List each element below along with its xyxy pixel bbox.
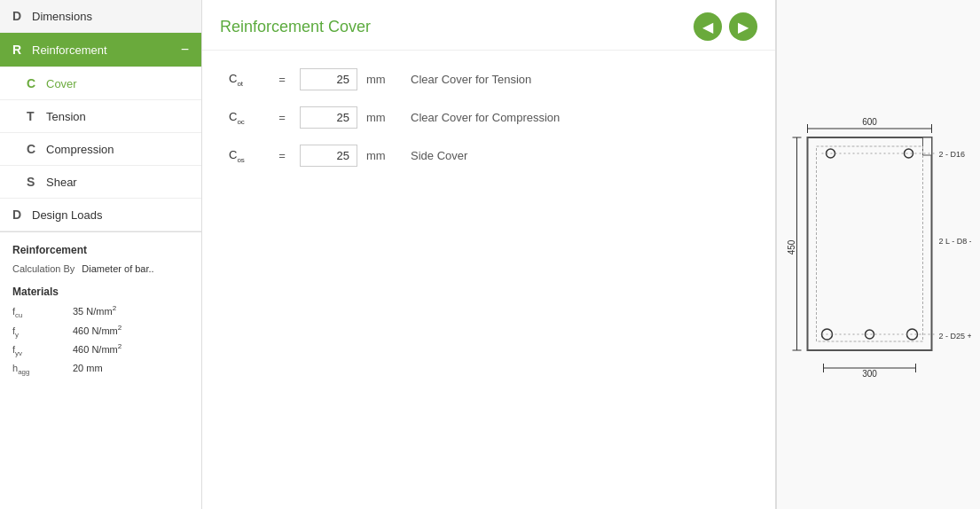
svg-text:300: 300 <box>862 369 877 379</box>
nav-buttons: ◀ ▶ <box>694 12 757 41</box>
desc-cos: Side Cover <box>411 149 467 162</box>
sidebar-label-dimensions: Dimensions <box>32 10 189 23</box>
sidebar-letter-d: D <box>12 9 32 23</box>
page-title: Reinforcement Cover <box>220 18 371 36</box>
hagg-row: hagg 20 mm <box>12 360 189 379</box>
fcu-label: fcu <box>12 303 66 322</box>
svg-text:2 - D25 + 1 - D16: 2 - D25 + 1 - D16 <box>939 332 972 341</box>
form-row-cos: Cos = mm Side Cover <box>229 145 749 167</box>
fyv-value: 460 N/mm2 <box>73 341 122 357</box>
sidebar-item-tension[interactable]: T Tension <box>0 100 201 133</box>
sidebar-item-reinforcement[interactable]: R Reinforcement − <box>0 33 201 67</box>
sidebar-letter-t: T <box>27 109 46 123</box>
nav-forward-button[interactable]: ▶ <box>729 12 757 41</box>
calc-by-value: Diameter of bar.. <box>82 261 153 278</box>
calc-by-label: Calculation By <box>12 261 74 278</box>
svg-text:2 L - D8 - 200: 2 L - D8 - 200 <box>939 237 972 246</box>
hagg-value: 20 mm <box>73 360 103 377</box>
sidebar-label-compression: Compression <box>46 143 189 156</box>
input-cos[interactable] <box>300 145 357 167</box>
sidebar-item-design-loads[interactable]: D Design Loads <box>0 199 201 231</box>
input-coc[interactable] <box>300 106 357 129</box>
form-area: Cot = mm Clear Cover for Tension Coc = m… <box>202 51 775 509</box>
unit-1: mm <box>366 73 402 86</box>
svg-rect-10 <box>817 146 923 341</box>
hagg-label: hagg <box>12 360 66 379</box>
nav-back-button[interactable]: ◀ <box>694 12 722 41</box>
reinforcement-section-title: Reinforcement <box>12 241 189 259</box>
fy-row: fy 460 N/mm2 <box>12 322 189 341</box>
diagram-svg: 600 450 300 2 - D16 2 L - D8 - 200 2 - D… <box>786 113 971 396</box>
svg-text:2 - D16: 2 - D16 <box>939 150 966 159</box>
sidebar-info-panel: Reinforcement Calculation By Diameter of… <box>0 231 201 388</box>
sidebar-collapse-icon: − <box>181 42 189 58</box>
calc-by-row: Calculation By Diameter of bar.. <box>12 261 189 278</box>
sidebar-label-shear: Shear <box>46 176 189 189</box>
eq-3: = <box>273 149 291 162</box>
svg-text:600: 600 <box>862 117 877 127</box>
unit-3: mm <box>366 149 402 162</box>
main-content: Reinforcement Cover ◀ ▶ Cot = mm Clear C… <box>202 0 776 509</box>
sidebar-label-cover: Cover <box>46 77 189 90</box>
unit-2: mm <box>366 111 402 124</box>
desc-coc: Clear Cover for Compression <box>411 111 560 124</box>
materials-section-title: Materials <box>12 283 189 301</box>
sidebar-item-shear[interactable]: S Shear <box>0 166 201 199</box>
sidebar-label-reinforcement: Reinforcement <box>32 43 181 57</box>
main-header: Reinforcement Cover ◀ ▶ <box>202 0 775 51</box>
form-row-coc: Coc = mm Clear Cover for Compression <box>229 106 749 129</box>
sidebar-item-compression[interactable]: C Compression <box>0 133 201 166</box>
sidebar-letter-c-cover: C <box>27 76 46 90</box>
desc-cot: Clear Cover for Tension <box>411 73 531 86</box>
fy-label: fy <box>12 323 66 341</box>
sidebar-letter-d2: D <box>12 208 32 222</box>
sidebar-letter-s: S <box>27 175 46 189</box>
fyv-row: fyv 460 N/mm2 <box>12 341 189 359</box>
sidebar-letter-r: R <box>12 43 32 57</box>
svg-text:450: 450 <box>787 239 796 254</box>
input-cot[interactable] <box>300 68 357 90</box>
symbol-cos: Cos <box>229 148 264 164</box>
eq-2: = <box>273 111 291 124</box>
sidebar-item-dimensions[interactable]: D Dimensions <box>0 0 201 33</box>
sidebar: D Dimensions R Reinforcement − C Cover T… <box>0 0 202 509</box>
fcu-value: 35 N/mm2 <box>73 302 116 319</box>
fyv-label: fyv <box>12 341 66 360</box>
fy-value: 460 N/mm2 <box>73 322 122 339</box>
form-row-cot: Cot = mm Clear Cover for Tension <box>229 68 749 90</box>
svg-rect-9 <box>923 137 932 155</box>
symbol-coc: Coc <box>229 110 264 126</box>
diagram-panel: 600 450 300 2 - D16 2 L - D8 - 200 2 - D… <box>776 0 980 509</box>
sidebar-letter-c-comp: C <box>27 142 46 156</box>
fcu-row: fcu 35 N/mm2 <box>12 302 189 321</box>
sidebar-label-design-loads: Design Loads <box>32 208 189 222</box>
symbol-cot: Cot <box>229 72 264 88</box>
sidebar-item-cover[interactable]: C Cover <box>0 67 201 100</box>
svg-rect-8 <box>808 137 932 350</box>
eq-1: = <box>273 73 291 86</box>
sidebar-label-tension: Tension <box>46 110 189 123</box>
